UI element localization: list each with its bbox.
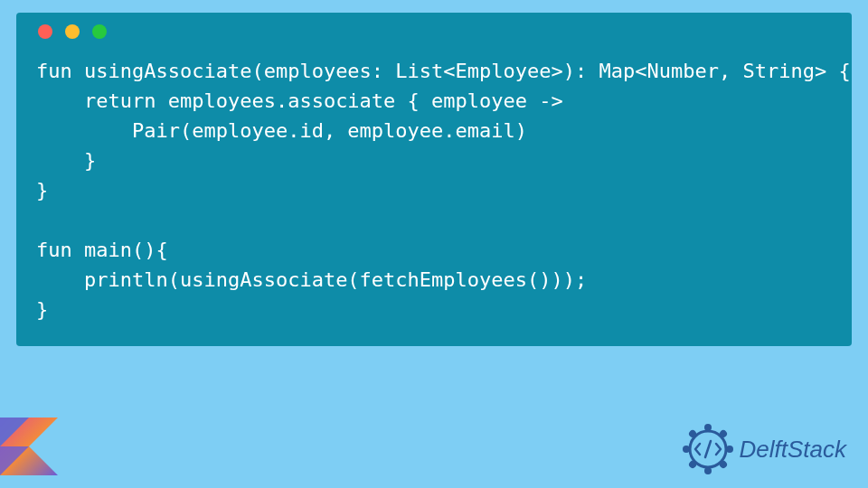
code-content: fun usingAssociate(employees: List<Emplo… bbox=[16, 51, 852, 324]
footer: DelftStack bbox=[0, 418, 868, 488]
minimize-icon bbox=[65, 24, 80, 39]
brand: DelftStack bbox=[682, 423, 847, 475]
code-block: fun usingAssociate(employees: List<Emplo… bbox=[16, 13, 852, 346]
window-titlebar bbox=[16, 13, 852, 51]
brand-seal-icon bbox=[682, 423, 734, 475]
maximize-icon bbox=[92, 24, 107, 39]
kotlin-logo-icon bbox=[0, 418, 58, 475]
brand-name: DelftStack bbox=[740, 436, 847, 464]
close-icon bbox=[38, 24, 52, 39]
svg-point-4 bbox=[704, 424, 712, 431]
